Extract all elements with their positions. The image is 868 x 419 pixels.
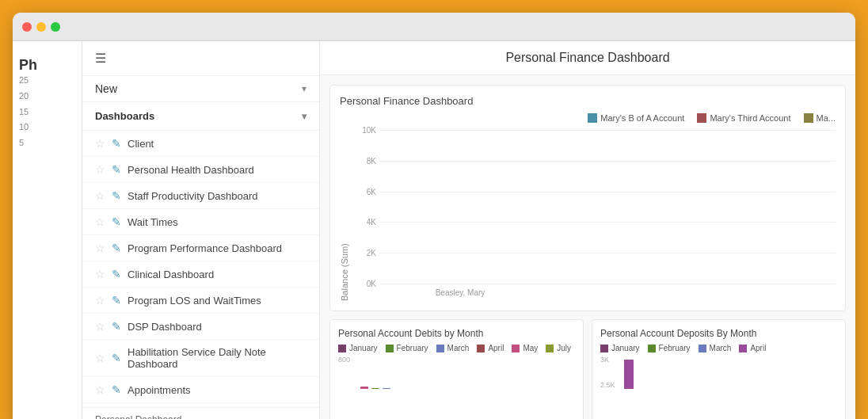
dep-legend-dot-feb (648, 345, 656, 352)
deposits-bar-1 (624, 360, 634, 389)
sidebar-item-wait-times[interactable]: ☆ ✎ Wait Times (82, 209, 319, 235)
legend-label-3: Ma... (817, 113, 836, 123)
legend-item-1: Mary's B of A Account (588, 113, 684, 123)
star-icon: ☆ (95, 163, 105, 176)
bar-chart-wrapper: Balance (Sum) 10K 8K 6K 4K 2K (340, 126, 836, 301)
dep-legend-feb-label: February (659, 344, 691, 352)
x-label-beasley: Beasley, Mary (381, 288, 539, 301)
main-chart-title: Personal Finance Dashboard (340, 95, 836, 107)
maximize-dot[interactable] (51, 22, 60, 32)
star-icon: ☆ (95, 268, 105, 280)
main-chart-legend: Mary's B of A Account Mary's Third Accou… (340, 113, 836, 123)
sidebar-item-label: Wait Times (128, 216, 178, 228)
debits-bar-1 (360, 387, 368, 389)
dep-legend-jan: January (600, 344, 640, 352)
section-chevron-icon: ▾ (302, 111, 306, 122)
sidebar-item-label: Clinical Dashboard (128, 269, 214, 280)
legend-jul-label: July (557, 344, 571, 352)
sidebar-item-label: Personal Health Dashboard (128, 164, 254, 176)
sidebar-item-clinical[interactable]: ☆ ✎ Clinical Dashboard (82, 261, 319, 288)
sidebar-item-personal-health[interactable]: ☆ ✎ Personal Health Dashboard (82, 157, 319, 183)
edit-icon: ✎ (112, 242, 121, 254)
edit-icon: ✎ (112, 383, 121, 396)
legend-apr-label: April (488, 344, 504, 352)
bottom-chart-deposits: Personal Account Deposits By Month Janua… (592, 319, 846, 419)
edit-icon: ✎ (112, 294, 121, 307)
bottom-chart-debits: Personal Account Debits by Month January… (329, 319, 584, 419)
page-title: Personal Finance Dashboard (320, 41, 855, 75)
legend-may: May (512, 344, 538, 352)
star-icon: ☆ (95, 294, 105, 307)
star-icon: ☆ (95, 189, 105, 202)
deposits-legend: January February March (600, 344, 837, 352)
legend-dot-jul (546, 345, 554, 352)
main-chart-section: Personal Finance Dashboard Mary's B of A… (329, 85, 846, 311)
legend-mar-label: March (447, 344, 470, 352)
sidebar-item-label: DSP Dashboard (128, 321, 202, 333)
sidebar-item-label: Program LOS and WaitTimes (128, 295, 261, 307)
legend-jan: January (338, 344, 378, 352)
close-dot[interactable] (22, 22, 32, 32)
browser-toolbar (13, 13, 855, 41)
dep-legend-dot-apr (739, 345, 747, 352)
bar-grid: 10K 8K 6K 4K 2K 0K (352, 126, 836, 288)
star-icon: ☆ (95, 215, 105, 228)
debits-bar-2 (371, 388, 379, 389)
dashboards-label: Dashboards (95, 110, 154, 122)
deposits-chart-title: Personal Account Deposits By Month (600, 328, 837, 339)
sidebar-item-program-los[interactable]: ☆ ✎ Program LOS and WaitTimes (82, 288, 319, 314)
star-icon: ☆ (95, 242, 105, 254)
dep-legend-feb: February (648, 344, 691, 352)
legend-dot-feb (386, 345, 394, 352)
dep-legend-dot-mar (699, 345, 706, 352)
sidebar-section-header[interactable]: Dashboards ▾ (82, 102, 319, 131)
dep-legend-apr-label: April (750, 344, 766, 352)
sidebar-item-label: Habilitation Service Daily Note Dashboar… (128, 346, 306, 370)
legend-dot-apr (477, 345, 485, 352)
sidebar-item-program-performance[interactable]: ☆ ✎ Program Performance Dashboard (82, 235, 319, 261)
left-bg-numbers: 25 20 15 10 5 (19, 73, 29, 151)
legend-dot-1 (588, 113, 597, 123)
sidebar-item-appointments[interactable]: ☆ ✎ Appointments (82, 377, 319, 403)
edit-icon: ✎ (112, 320, 121, 333)
dep-legend-apr: April (739, 344, 766, 352)
sidebar: ☰ New ▾ Dashboards ▾ ☆ ✎ Client (82, 41, 320, 419)
dep-legend-mar-label: March (710, 344, 732, 352)
dep-legend-dot-jan (600, 345, 608, 352)
minimize-dot[interactable] (36, 22, 46, 32)
star-icon: ☆ (95, 383, 105, 396)
dep-legend-mar: March (699, 344, 732, 352)
sidebar-new-section[interactable]: New ▾ (82, 76, 319, 102)
sidebar-item-dsp[interactable]: ☆ ✎ DSP Dashboard (82, 314, 319, 340)
debits-legend: January February March (338, 344, 575, 352)
bottom-charts: Personal Account Debits by Month January… (329, 319, 846, 419)
bar-chart-area: 10K 8K 6K 4K 2K 0K (352, 126, 836, 301)
sidebar-item-client[interactable]: ☆ ✎ Client (82, 131, 319, 157)
edit-icon: ✎ (112, 268, 121, 280)
content-area: Personal Finance Dashboard Personal Fina… (320, 41, 855, 419)
x-axis-labels: Beasley, Mary (352, 288, 836, 301)
sidebar-item-label: Program Performance Dashboard (128, 242, 282, 254)
edit-icon: ✎ (112, 137, 121, 150)
charts-container: Personal Finance Dashboard Mary's B of A… (320, 75, 855, 419)
left-bg-title: Ph (19, 57, 37, 74)
legend-label-1: Mary's B of A Account (600, 113, 684, 123)
legend-mar: March (436, 344, 470, 352)
legend-feb-label: February (397, 344, 428, 352)
hamburger-icon[interactable]: ☰ (95, 51, 106, 66)
legend-item-2: Mary's Third Account (697, 113, 790, 123)
legend-dot-mar (436, 345, 444, 352)
legend-label-2: Mary's Third Account (710, 113, 790, 123)
sidebar-item-label: Staff Productivity Dashboard (128, 190, 258, 202)
debits-y-800: 800 (338, 356, 350, 364)
sidebar-item-habilitation[interactable]: ☆ ✎ Habilitation Service Daily Note Dash… (82, 340, 319, 377)
debits-bar-3 (383, 388, 390, 389)
sidebar-item-staff-productivity[interactable]: ☆ ✎ Staff Productivity Dashboard (82, 183, 319, 209)
edit-icon: ✎ (112, 163, 121, 176)
star-icon: ☆ (95, 320, 105, 333)
dep-legend-jan-label: January (611, 344, 640, 352)
legend-jul: July (546, 344, 571, 352)
personal-dashboard-footer: Personal Dashboard (82, 407, 319, 419)
edit-icon: ✎ (112, 189, 121, 202)
deposits-y-labels: 3K 2.5K (600, 356, 615, 389)
